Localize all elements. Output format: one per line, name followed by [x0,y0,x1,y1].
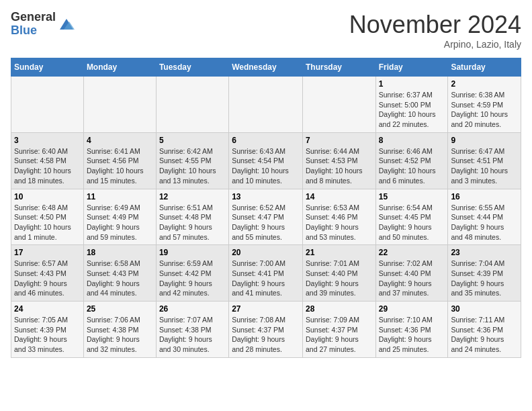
calendar-cell [11,77,84,133]
calendar-cell: 26Sunrise: 7:07 AM Sunset: 4:38 PM Dayli… [156,302,228,358]
logo: General Blue [11,11,76,38]
day-number: 14 [306,192,373,201]
day-number: 29 [379,304,445,314]
calendar-week-2: 3Sunrise: 6:40 AM Sunset: 4:58 PM Daylig… [11,132,521,189]
day-info: Sunrise: 7:11 AM Sunset: 4:36 PM Dayligh… [451,315,518,355]
day-info: Sunrise: 6:40 AM Sunset: 4:58 PM Dayligh… [14,146,81,186]
day-number: 11 [87,192,153,201]
calendar-cell: 22Sunrise: 7:02 AM Sunset: 4:40 PM Dayli… [375,245,448,302]
calendar-cell: 2Sunrise: 6:38 AM Sunset: 4:59 PM Daylig… [448,77,521,133]
day-number: 5 [159,136,226,145]
day-info: Sunrise: 6:41 AM Sunset: 4:56 PM Dayligh… [87,146,153,186]
day-header-thursday: Thursday [302,58,375,77]
logo-general: General [11,10,56,24]
calendar-cell: 13Sunrise: 6:52 AM Sunset: 4:47 PM Dayli… [229,189,303,245]
day-info: Sunrise: 7:04 AM Sunset: 4:39 PM Dayligh… [451,259,518,298]
calendar-cell: 12Sunrise: 6:51 AM Sunset: 4:48 PM Dayli… [156,189,228,245]
calendar-cell: 29Sunrise: 7:10 AM Sunset: 4:36 PM Dayli… [375,302,448,358]
day-number: 17 [14,248,81,257]
day-number: 8 [379,136,445,145]
day-info: Sunrise: 6:37 AM Sunset: 5:00 PM Dayligh… [379,90,445,130]
day-number: 30 [451,304,518,314]
calendar-cell: 15Sunrise: 6:54 AM Sunset: 4:45 PM Dayli… [375,189,448,245]
day-info: Sunrise: 6:38 AM Sunset: 4:59 PM Dayligh… [451,90,518,130]
day-number: 23 [451,248,518,257]
day-number: 18 [87,248,153,257]
day-info: Sunrise: 6:53 AM Sunset: 4:46 PM Dayligh… [306,203,373,242]
month-title: November 2024 [349,11,521,39]
calendar-cell: 11Sunrise: 6:49 AM Sunset: 4:49 PM Dayli… [83,189,156,245]
calendar-header: SundayMondayTuesdayWednesdayThursdayFrid… [11,58,521,77]
calendar-cell [156,77,228,133]
day-info: Sunrise: 6:57 AM Sunset: 4:43 PM Dayligh… [14,259,81,298]
calendar-cell: 20Sunrise: 7:00 AM Sunset: 4:41 PM Dayli… [229,245,303,302]
day-info: Sunrise: 6:44 AM Sunset: 4:53 PM Dayligh… [306,146,373,186]
day-number: 27 [232,304,300,314]
calendar-cell: 9Sunrise: 6:47 AM Sunset: 4:51 PM Daylig… [448,132,521,189]
day-info: Sunrise: 6:59 AM Sunset: 4:42 PM Dayligh… [159,259,226,298]
calendar-cell: 28Sunrise: 7:09 AM Sunset: 4:37 PM Dayli… [302,302,375,358]
day-info: Sunrise: 6:48 AM Sunset: 4:50 PM Dayligh… [14,203,81,242]
day-info: Sunrise: 7:02 AM Sunset: 4:40 PM Dayligh… [379,259,445,298]
day-info: Sunrise: 7:01 AM Sunset: 4:40 PM Dayligh… [306,259,373,298]
day-number: 19 [159,248,226,257]
day-number: 20 [232,248,300,257]
day-header-wednesday: Wednesday [229,58,303,77]
calendar-cell: 21Sunrise: 7:01 AM Sunset: 4:40 PM Dayli… [302,245,375,302]
day-info: Sunrise: 7:07 AM Sunset: 4:38 PM Dayligh… [159,315,226,355]
page-header: General Blue November 2024 Arpino, Lazio… [11,11,521,50]
day-info: Sunrise: 6:58 AM Sunset: 4:43 PM Dayligh… [87,259,153,298]
day-number: 9 [451,136,518,145]
day-info: Sunrise: 7:09 AM Sunset: 4:37 PM Dayligh… [306,315,373,355]
calendar-cell [83,77,156,133]
calendar-week-5: 24Sunrise: 7:05 AM Sunset: 4:39 PM Dayli… [11,302,521,358]
day-info: Sunrise: 6:49 AM Sunset: 4:49 PM Dayligh… [87,203,153,242]
day-info: Sunrise: 6:55 AM Sunset: 4:44 PM Dayligh… [451,203,518,242]
day-number: 2 [451,79,518,89]
calendar-cell: 17Sunrise: 6:57 AM Sunset: 4:43 PM Dayli… [11,245,84,302]
day-info: Sunrise: 7:05 AM Sunset: 4:39 PM Dayligh… [14,315,81,355]
day-number: 3 [14,136,81,145]
day-info: Sunrise: 7:06 AM Sunset: 4:38 PM Dayligh… [87,315,153,355]
day-number: 24 [14,304,81,314]
location: Arpino, Lazio, Italy [349,39,521,50]
day-header-friday: Friday [375,58,448,77]
calendar-cell: 8Sunrise: 6:46 AM Sunset: 4:52 PM Daylig… [375,132,448,189]
calendar-cell: 5Sunrise: 6:42 AM Sunset: 4:55 PM Daylig… [156,132,228,189]
logo-blue: Blue [11,24,37,37]
calendar-cell: 10Sunrise: 6:48 AM Sunset: 4:50 PM Dayli… [11,189,84,245]
day-number: 22 [379,248,445,257]
calendar-cell: 19Sunrise: 6:59 AM Sunset: 4:42 PM Dayli… [156,245,228,302]
calendar-cell: 16Sunrise: 6:55 AM Sunset: 4:44 PM Dayli… [448,189,521,245]
day-info: Sunrise: 6:42 AM Sunset: 4:55 PM Dayligh… [159,146,226,186]
day-number: 10 [14,192,81,201]
header-row: SundayMondayTuesdayWednesdayThursdayFrid… [11,58,521,77]
day-header-tuesday: Tuesday [156,58,228,77]
logo-icon [57,15,76,34]
day-info: Sunrise: 7:00 AM Sunset: 4:41 PM Dayligh… [232,259,300,298]
day-info: Sunrise: 6:43 AM Sunset: 4:54 PM Dayligh… [232,146,300,186]
calendar-week-1: 1Sunrise: 6:37 AM Sunset: 5:00 PM Daylig… [11,77,521,133]
calendar-cell: 6Sunrise: 6:43 AM Sunset: 4:54 PM Daylig… [229,132,303,189]
calendar-cell: 4Sunrise: 6:41 AM Sunset: 4:56 PM Daylig… [83,132,156,189]
day-info: Sunrise: 6:52 AM Sunset: 4:47 PM Dayligh… [232,203,300,242]
calendar-cell: 30Sunrise: 7:11 AM Sunset: 4:36 PM Dayli… [448,302,521,358]
calendar-week-3: 10Sunrise: 6:48 AM Sunset: 4:50 PM Dayli… [11,189,521,245]
calendar-cell: 23Sunrise: 7:04 AM Sunset: 4:39 PM Dayli… [448,245,521,302]
day-header-sunday: Sunday [11,58,84,77]
day-number: 6 [232,136,300,145]
day-number: 13 [232,192,300,201]
day-info: Sunrise: 6:51 AM Sunset: 4:48 PM Dayligh… [159,203,226,242]
calendar-cell [229,77,303,133]
day-info: Sunrise: 7:08 AM Sunset: 4:37 PM Dayligh… [232,315,300,355]
calendar-cell: 24Sunrise: 7:05 AM Sunset: 4:39 PM Dayli… [11,302,84,358]
day-number: 12 [159,192,226,201]
day-number: 26 [159,304,226,314]
day-number: 1 [379,79,445,89]
day-header-saturday: Saturday [448,58,521,77]
day-number: 15 [379,192,445,201]
title-area: November 2024 Arpino, Lazio, Italy [349,11,521,50]
day-number: 21 [306,248,373,257]
calendar-cell: 18Sunrise: 6:58 AM Sunset: 4:43 PM Dayli… [83,245,156,302]
calendar-table: SundayMondayTuesdayWednesdayThursdayFrid… [11,58,521,358]
